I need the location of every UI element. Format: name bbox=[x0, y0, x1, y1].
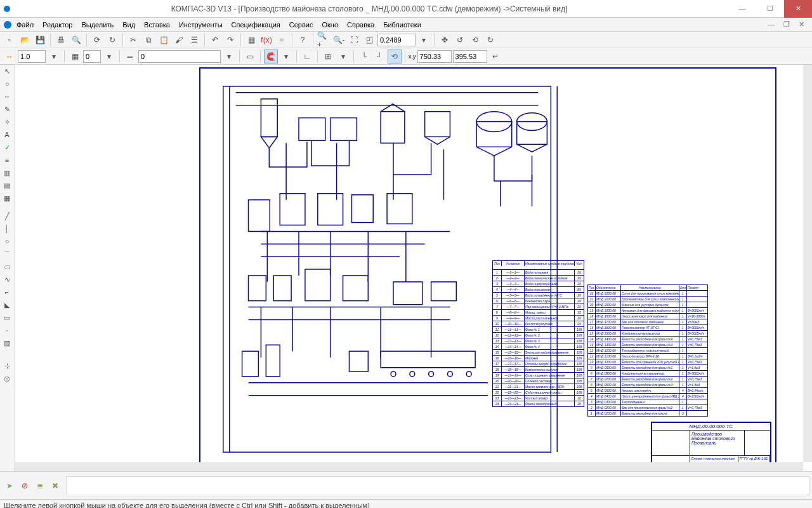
brush-button[interactable]: 🖌 bbox=[172, 33, 186, 47]
prop-stop-button[interactable]: ⊘ bbox=[18, 479, 32, 493]
save-button[interactable]: 💾 bbox=[33, 33, 47, 47]
properties-button[interactable]: ☰ bbox=[187, 33, 201, 47]
menu-file[interactable]: Файл bbox=[13, 20, 37, 30]
copy-button[interactable]: ⧉ bbox=[141, 33, 155, 47]
tool-line[interactable]: ╱ bbox=[0, 210, 14, 222]
perp-toggle[interactable]: ┘ bbox=[372, 50, 386, 64]
tool-param[interactable]: ✓ bbox=[0, 141, 14, 154]
tool-geom[interactable]: ○ bbox=[0, 77, 14, 90]
refresh-button[interactable]: ↻ bbox=[105, 33, 119, 47]
paste-button[interactable]: 📋 bbox=[157, 33, 171, 47]
menu-tools[interactable]: Инструменты bbox=[175, 20, 226, 30]
layer-dropdown[interactable]: ▾ bbox=[102, 50, 116, 64]
prop-help-button[interactable]: ≣ bbox=[33, 479, 47, 493]
tool-trim[interactable]: ⊹ bbox=[0, 359, 14, 372]
tool-report[interactable]: ▦ bbox=[0, 192, 14, 204]
tool-vline[interactable]: │ bbox=[0, 222, 14, 235]
zoom-in-button[interactable]: 🔍+ bbox=[317, 33, 331, 47]
pan-button[interactable]: ✥ bbox=[438, 33, 452, 47]
legend-row: 14—14—14—Фаза № 4108 bbox=[493, 344, 584, 349]
tool-arc[interactable]: ⌒ bbox=[0, 248, 14, 260]
menu-help[interactable]: Справка bbox=[343, 20, 378, 30]
linestyle-button[interactable]: ═ bbox=[123, 50, 137, 64]
equal-button[interactable]: = bbox=[275, 33, 289, 47]
print-button[interactable]: 🖶 bbox=[54, 33, 68, 47]
reload-button[interactable]: ⟳ bbox=[90, 33, 104, 47]
vars-button[interactable]: f(x) bbox=[259, 33, 273, 47]
round-toggle[interactable]: ⟲ bbox=[388, 50, 402, 64]
mdi-close[interactable]: ✕ bbox=[795, 20, 808, 29]
tool-measure[interactable]: ≡ bbox=[0, 154, 14, 166]
orbit-button[interactable]: ↻ bbox=[483, 33, 497, 47]
coord-x-input[interactable] bbox=[417, 50, 452, 63]
grid-button[interactable]: ⊞ bbox=[321, 50, 335, 64]
menu-window[interactable]: Окно bbox=[318, 20, 342, 30]
prop-apply-button[interactable]: ➤ bbox=[3, 479, 16, 493]
prop-cancel-button[interactable]: ✖ bbox=[48, 479, 62, 493]
tool-rect[interactable]: ▭ bbox=[0, 311, 14, 324]
undo-button[interactable]: ↶ bbox=[208, 33, 222, 47]
menu-libraries[interactable]: Библиотеки bbox=[379, 20, 425, 30]
grid-dropdown[interactable]: ▾ bbox=[336, 50, 350, 64]
minimize-button[interactable]: — bbox=[728, 0, 756, 18]
coord-ok-button[interactable]: ↵ bbox=[488, 50, 502, 64]
new-doc-button[interactable]: ▫ bbox=[3, 33, 16, 47]
snap-step-button[interactable]: ↔ bbox=[3, 50, 16, 64]
step-dropdown[interactable]: ▾ bbox=[47, 50, 61, 64]
manager-button[interactable]: ▦ bbox=[244, 33, 258, 47]
coord-y-input[interactable] bbox=[453, 50, 487, 63]
menu-select[interactable]: Выделить bbox=[77, 20, 117, 30]
zoom-fit-button[interactable]: ⛶ bbox=[347, 33, 361, 47]
help-button[interactable]: ? bbox=[296, 33, 310, 47]
style-input[interactable] bbox=[138, 50, 221, 63]
layer-input[interactable] bbox=[83, 50, 101, 63]
tool-hatch[interactable]: ▨ bbox=[0, 337, 14, 349]
spec-row: 22МНД 2200.00Сито для просеивания сухих … bbox=[588, 290, 707, 296]
proj-button[interactable]: ▭ bbox=[243, 50, 257, 64]
magnet-button[interactable]: 🧲 bbox=[264, 50, 278, 64]
zoom-input[interactable] bbox=[377, 34, 416, 46]
tool-ellipse[interactable]: ⬭ bbox=[0, 260, 14, 273]
tool-select2[interactable]: ▥ bbox=[0, 166, 14, 179]
maximize-button[interactable]: ☐ bbox=[756, 0, 784, 18]
zoom-dropdown[interactable]: ▾ bbox=[417, 33, 431, 47]
redo-button[interactable]: ↷ bbox=[223, 33, 237, 47]
tool-notes[interactable]: ✎ bbox=[0, 103, 14, 116]
magnet-dropdown[interactable]: ▾ bbox=[279, 50, 293, 64]
tool-chamfer[interactable]: ◣ bbox=[0, 298, 14, 311]
menu-edit[interactable]: Редактор bbox=[39, 20, 76, 30]
open-button[interactable]: 📂 bbox=[18, 33, 32, 47]
tool-fillet[interactable]: ⌐ bbox=[0, 286, 14, 298]
tool-spec[interactable]: ▤ bbox=[0, 179, 14, 192]
menu-insert[interactable]: Вставка bbox=[140, 20, 174, 30]
cut-button[interactable]: ✂ bbox=[126, 33, 140, 47]
tool-edit[interactable]: ✧ bbox=[0, 116, 14, 128]
step-input[interactable] bbox=[18, 50, 46, 63]
hscrollbar[interactable] bbox=[15, 462, 803, 471]
tool-offset[interactable]: ◎ bbox=[0, 372, 14, 385]
tool-dim[interactable]: ↔ bbox=[0, 90, 14, 103]
tool-point[interactable]: · bbox=[0, 324, 14, 337]
menu-spec[interactable]: Спецификация bbox=[228, 20, 284, 30]
canvas[interactable]: ПозУсловноеНаименование среды в трубопро… bbox=[15, 65, 812, 471]
zoom-prev-button[interactable]: ↺ bbox=[453, 33, 467, 47]
zoom-window-button[interactable]: ◰ bbox=[362, 33, 376, 47]
redraw-button[interactable]: ⟲ bbox=[468, 33, 482, 47]
close-button[interactable]: ✕ bbox=[784, 0, 812, 18]
mdi-restore[interactable]: ❐ bbox=[780, 20, 794, 29]
tool-select[interactable]: ↖ bbox=[0, 65, 14, 77]
tool-text[interactable]: A bbox=[0, 128, 14, 141]
legend-row: 9—9—9—Масло растительное29 bbox=[493, 315, 584, 321]
style-dropdown[interactable]: ▾ bbox=[222, 50, 236, 64]
tool-circle[interactable]: ○ bbox=[0, 235, 14, 248]
axes-button[interactable]: ∟ bbox=[300, 50, 314, 64]
zoom-out-button[interactable]: 🔍- bbox=[332, 33, 346, 47]
ortho-toggle[interactable]: └ bbox=[357, 50, 371, 64]
menu-service[interactable]: Сервис bbox=[285, 20, 317, 30]
tool-spline[interactable]: ∿ bbox=[0, 273, 14, 286]
vscrollbar[interactable] bbox=[803, 65, 812, 462]
menu-view[interactable]: Вид bbox=[119, 20, 139, 30]
layers-button[interactable]: ▦ bbox=[68, 50, 82, 64]
mdi-minimize[interactable]: — bbox=[764, 20, 778, 29]
preview-button[interactable]: 🔍 bbox=[69, 33, 83, 47]
